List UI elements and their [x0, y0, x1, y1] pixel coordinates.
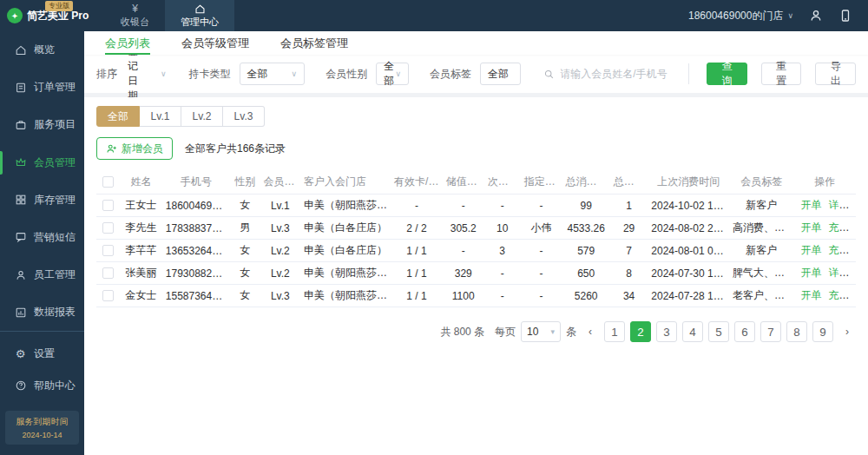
page-button[interactable]: 3: [656, 321, 677, 342]
add-member-button[interactable]: 新增会员: [96, 137, 173, 160]
sidebar: 概览 订单管理 服务项目 会员管理 库存管理 营销短信 员工管理 数据报表: [0, 31, 84, 455]
chevron-down-icon: ∨: [395, 69, 401, 78]
cell-orders: 7: [610, 245, 648, 257]
sidebar-item-members[interactable]: 会员管理: [0, 144, 84, 181]
store-switcher[interactable]: 18600469000的门店 ∨: [688, 9, 793, 23]
cell-level: Lv.2: [260, 245, 300, 257]
cell-gender: 女: [230, 288, 260, 303]
row-checkbox[interactable]: [102, 267, 114, 279]
cell-times: -: [484, 290, 521, 302]
tab-member-list[interactable]: 会员列表: [105, 31, 150, 55]
prev-page-button[interactable]: ‹: [582, 321, 599, 342]
sidebar-item-help[interactable]: 帮助中心: [0, 370, 84, 402]
level-tab-all[interactable]: 全部: [96, 106, 140, 127]
sidebar-label: 设置: [34, 346, 55, 361]
row-checkbox[interactable]: [102, 222, 114, 234]
page-button[interactable]: 5: [708, 321, 729, 342]
cell-phone: 15587364638: [162, 290, 230, 302]
col-tags: 会员标签: [729, 175, 793, 189]
col-store: 客户入会门店: [300, 175, 391, 189]
sidebar-item-orders[interactable]: 订单管理: [0, 69, 84, 106]
cell-stylist: -: [521, 290, 562, 302]
select-all-checkbox[interactable]: [102, 176, 114, 188]
action-open-order[interactable]: 开单: [800, 267, 821, 279]
cell-times: 10: [484, 222, 521, 234]
sidebar-label: 服务项目: [34, 117, 76, 132]
user-icon[interactable]: [809, 9, 823, 23]
search-input[interactable]: [560, 68, 681, 80]
sidebar-item-sms[interactable]: 营销短信: [0, 219, 84, 256]
row-checkbox[interactable]: [102, 245, 114, 256]
sidebar-item-settings[interactable]: ⚙ 设置: [0, 337, 84, 369]
person-add-icon: [106, 143, 117, 155]
per-page-label: 每页: [495, 325, 516, 340]
reset-button[interactable]: 重置: [761, 63, 802, 85]
sidebar-item-reports[interactable]: 数据报表: [0, 293, 84, 331]
sidebar-label: 会员管理: [34, 155, 76, 170]
sidebar-item-overview[interactable]: 概览: [0, 31, 84, 69]
sidebar-item-inventory[interactable]: 库存管理: [0, 181, 84, 219]
cell-orders: 29: [610, 222, 648, 234]
page-button[interactable]: 8: [786, 321, 807, 342]
action-open-order[interactable]: 开单: [800, 221, 821, 234]
staff-icon: [14, 268, 27, 281]
question-icon: [14, 379, 27, 392]
table-row: 张美丽 17930882341 女 Lv.2 申美（朝阳燕莎店） 1 / 1 3…: [96, 262, 856, 285]
page-button[interactable]: 6: [734, 321, 755, 342]
cell-cards: 1 / 1: [391, 245, 443, 257]
col-balance: 储值余额: [443, 175, 484, 189]
gender-select[interactable]: 全部 ∨: [376, 63, 409, 85]
level-tab-lv2[interactable]: Lv.2: [181, 106, 223, 127]
page-button[interactable]: 4: [682, 321, 703, 342]
cell-phone: 13653264758: [162, 245, 230, 257]
card-type-select[interactable]: 全部 ∨: [240, 63, 306, 85]
sort-label: 排序: [96, 67, 117, 82]
page-button[interactable]: 9: [812, 321, 833, 342]
col-name: 姓名: [120, 175, 162, 189]
cell-level: Lv.1: [260, 200, 300, 212]
cell-total: 4533.26: [562, 222, 610, 234]
cell-balance: 305.2: [443, 222, 484, 234]
export-button[interactable]: 导出: [815, 63, 856, 85]
row-checkbox[interactable]: [102, 290, 114, 301]
sidebar-item-staff[interactable]: 员工管理: [0, 256, 84, 293]
action-link[interactable]: 详情: [828, 199, 849, 211]
nav-admin-center[interactable]: 管理中心: [165, 0, 234, 31]
action-link[interactable]: 详情: [828, 267, 849, 279]
cell-phone: 17838837532: [162, 222, 230, 234]
tab-tag-manage[interactable]: 会员标签管理: [280, 31, 348, 55]
store-name: 18600469000的门店: [688, 9, 783, 23]
next-page-button[interactable]: ›: [838, 321, 856, 342]
card-type-label: 持卡类型: [189, 67, 231, 82]
cell-store: 申美（朝阳燕莎店）: [300, 198, 391, 213]
action-open-order[interactable]: 开单: [800, 199, 821, 211]
level-tab-lv3[interactable]: Lv.3: [223, 106, 265, 127]
cell-name: 张美丽: [120, 266, 162, 280]
action-link[interactable]: 充值: [828, 244, 849, 256]
query-button[interactable]: 查询: [707, 63, 747, 85]
sidebar-label: 订单管理: [34, 80, 76, 95]
level-tab-lv1[interactable]: Lv.1: [140, 106, 181, 127]
table-row: 李先生 17838837532 男 Lv.3 申美（白各庄店） 2 / 2 30…: [96, 217, 856, 240]
row-checkbox[interactable]: [102, 200, 114, 211]
cell-balance: 1100: [443, 290, 484, 302]
sidebar-label: 库存管理: [34, 193, 76, 208]
member-tag-select[interactable]: 全部: [480, 63, 521, 85]
cell-tags: 脾气大、重点关注: [729, 266, 793, 280]
content: 排序 登记日期 ∨ 持卡类型 全部 ∨ 会员性别 全部 ∨ 会员标签 全部: [84, 55, 868, 455]
action-link[interactable]: 充值: [828, 221, 849, 234]
page-button-current[interactable]: 2: [630, 321, 651, 342]
page-button[interactable]: 7: [760, 321, 781, 342]
page-button[interactable]: 1: [604, 321, 625, 342]
sidebar-item-services[interactable]: 服务项目: [0, 106, 84, 143]
order-icon: [14, 81, 27, 94]
action-link[interactable]: 充值: [828, 289, 849, 301]
action-open-order[interactable]: 开单: [800, 289, 821, 301]
mobile-icon[interactable]: [838, 9, 852, 23]
cell-gender: 女: [230, 266, 260, 280]
action-open-order[interactable]: 开单: [800, 244, 821, 256]
nav-cashier[interactable]: ¥ 收银台: [105, 0, 165, 31]
cell-phone: 17930882341: [162, 267, 230, 280]
tab-level-manage[interactable]: 会员等级管理: [181, 31, 249, 55]
per-page-select[interactable]: 10 ▾: [521, 321, 561, 342]
